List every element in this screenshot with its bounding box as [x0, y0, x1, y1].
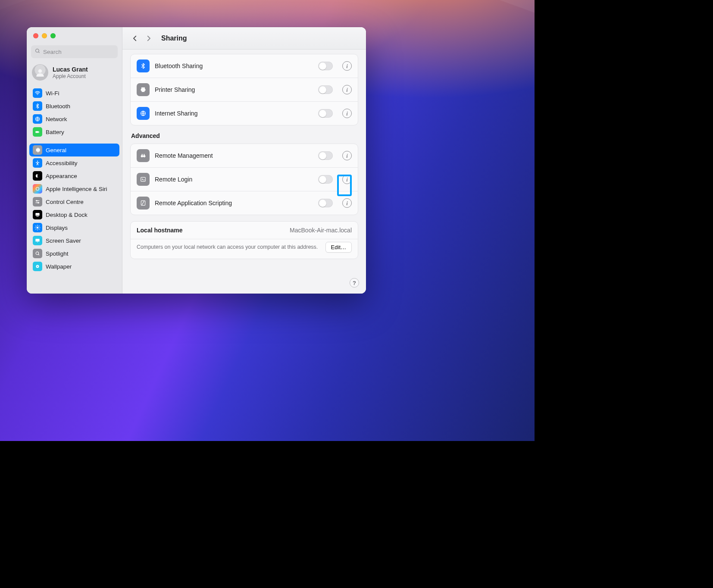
close-window-button[interactable]	[33, 33, 38, 38]
sidebar-item-screen-saver[interactable]: Screen Saver	[29, 234, 119, 247]
toggle-remote-scripting[interactable]	[318, 199, 333, 207]
appearance-icon	[33, 171, 42, 181]
advanced-card: Remote Management i Remote Login i	[130, 144, 358, 215]
toggle-internet-sharing[interactable]	[318, 109, 333, 118]
svg-point-2	[38, 69, 42, 73]
search-input[interactable]	[41, 49, 114, 55]
search-icon	[34, 48, 41, 56]
sidebar-item-label: Desktop & Dock	[46, 212, 88, 218]
sidebar-item-label: Accessibility	[46, 160, 78, 166]
script-icon	[137, 197, 150, 210]
battery-icon	[33, 127, 42, 137]
accessibility-icon	[33, 158, 42, 168]
toggle-remote-login[interactable]	[318, 175, 333, 184]
sidebar-item-desktop-dock[interactable]: Desktop & Dock	[29, 208, 119, 221]
sidebar-item-control-centre[interactable]: Control Centre	[29, 195, 119, 208]
control-centre-icon	[33, 197, 42, 206]
svg-line-23	[36, 229, 36, 229]
hostname-value: MacBook-Air-mac.local	[290, 227, 352, 234]
svg-rect-37	[142, 154, 143, 155]
screen-saver-icon	[33, 236, 42, 245]
sidebar-item-label: Screen Saver	[46, 238, 81, 244]
row-remote-login: Remote Login i	[131, 167, 358, 191]
svg-point-9	[36, 188, 39, 191]
info-button[interactable]: i	[342, 61, 352, 71]
account-name: Lucas Grant	[53, 66, 88, 73]
svg-point-16	[37, 227, 39, 229]
svg-point-27	[36, 252, 38, 254]
spotlight-icon	[33, 249, 42, 258]
sidebar-item-wallpaper[interactable]: Wallpaper	[29, 260, 119, 273]
sidebar-search[interactable]	[31, 45, 118, 58]
svg-rect-14	[35, 213, 39, 216]
hostname-label: Local hostname	[137, 227, 183, 234]
row-printer-sharing: Printer Sharing i	[131, 78, 358, 101]
back-button[interactable]	[130, 32, 140, 44]
row-label: Bluetooth Sharing	[155, 63, 203, 69]
avatar	[32, 64, 48, 81]
sidebar-item-battery[interactable]: Battery	[29, 125, 119, 138]
row-label: Printer Sharing	[155, 86, 195, 93]
sidebar-item-bluetooth[interactable]: Bluetooth	[29, 100, 119, 113]
sidebar-item-displays[interactable]: Displays	[29, 221, 119, 234]
info-button[interactable]: i	[342, 109, 352, 118]
sidebar-item-label: Battery	[46, 129, 64, 135]
globe-icon	[137, 107, 150, 120]
wallpaper-icon	[33, 262, 42, 271]
hostname-card: Local hostname MacBook-Air-mac.local Com…	[130, 221, 358, 259]
row-label: Internet Sharing	[155, 110, 198, 117]
row-bluetooth-sharing: Bluetooth Sharing i	[131, 54, 358, 78]
svg-rect-26	[37, 242, 38, 242]
svg-line-22	[39, 229, 39, 229]
hostname-description: Computers on your local network can acce…	[137, 244, 318, 251]
info-button[interactable]: i	[342, 151, 352, 160]
sidebar: Lucas Grant Apple Account Wi-Fi Bluetoot…	[27, 27, 122, 294]
page-title: Sharing	[161, 34, 187, 42]
toggle-printer-sharing[interactable]	[318, 85, 333, 94]
sidebar-item-accessibility[interactable]: Accessibility	[29, 156, 119, 169]
displays-icon	[33, 223, 42, 232]
toggle-bluetooth-sharing[interactable]	[318, 62, 333, 70]
help-button[interactable]: ?	[350, 278, 359, 288]
row-label: Remote Management	[155, 152, 213, 159]
svg-line-24	[39, 226, 39, 226]
svg-rect-33	[142, 90, 145, 92]
edit-hostname-button[interactable]: Edit…	[325, 242, 352, 253]
svg-point-13	[38, 202, 39, 203]
info-button[interactable]: i	[342, 198, 352, 208]
sidebar-item-general[interactable]: General	[29, 144, 119, 156]
sidebar-item-siri[interactable]: Apple Intelligence & Siri	[29, 182, 119, 195]
zoom-window-button[interactable]	[50, 33, 56, 38]
row-internet-sharing: Internet Sharing i	[131, 101, 358, 125]
sidebar-item-network[interactable]: Network	[29, 113, 119, 125]
binoculars-icon	[137, 149, 150, 162]
forward-button[interactable]	[144, 32, 153, 44]
sidebar-item-appearance[interactable]: Appearance	[29, 169, 119, 182]
row-remote-management: Remote Management i	[131, 144, 358, 167]
content-toolbar: Sharing	[122, 27, 366, 50]
printer-icon	[137, 83, 150, 96]
apple-account-row[interactable]: Lucas Grant Apple Account	[27, 58, 122, 85]
minimize-window-button[interactable]	[42, 33, 47, 38]
sidebar-item-label: Control Centre	[46, 199, 84, 205]
svg-point-36	[143, 155, 145, 157]
row-label: Remote Login	[155, 176, 192, 183]
svg-rect-15	[36, 216, 39, 216]
svg-rect-38	[144, 154, 144, 155]
sidebar-item-label: Spotlight	[46, 250, 69, 257]
content: Sharing Bluetooth Sharing i	[122, 27, 366, 294]
sidebar-item-wifi[interactable]: Wi-Fi	[29, 87, 119, 100]
info-button[interactable]: i	[342, 85, 352, 94]
toggle-remote-management[interactable]	[318, 151, 333, 160]
svg-line-21	[36, 226, 36, 226]
globe-icon	[33, 114, 42, 124]
svg-rect-39	[141, 177, 146, 181]
svg-point-30	[37, 266, 38, 267]
svg-rect-31	[141, 88, 145, 89]
svg-point-11	[36, 200, 37, 201]
svg-point-7	[37, 161, 38, 162]
info-button-remote-login[interactable]: i	[342, 175, 352, 184]
sidebar-item-label: General	[46, 147, 66, 153]
sidebar-item-spotlight[interactable]: Spotlight	[29, 247, 119, 260]
svg-rect-6	[39, 131, 40, 132]
